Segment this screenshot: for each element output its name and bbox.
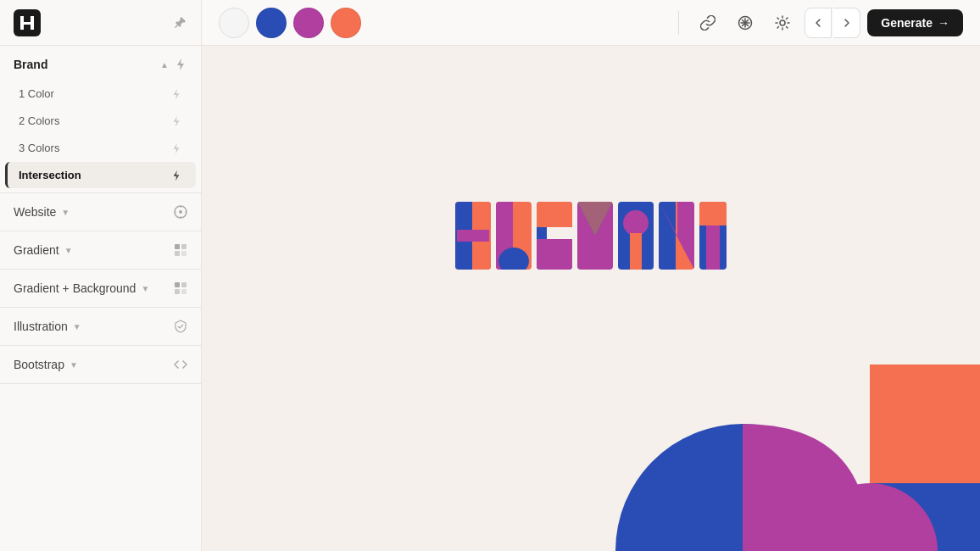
svg-rect-3	[175, 244, 180, 249]
swatch-orange[interactable]	[331, 8, 361, 38]
topbar: Generate →	[202, 0, 980, 46]
compass-icon	[174, 205, 187, 219]
svg-rect-6	[181, 251, 187, 256]
sidebar-item-2-colors[interactable]: 2 Colors	[5, 108, 196, 134]
svg-rect-34	[630, 233, 642, 270]
svg-rect-7	[175, 282, 180, 287]
svg-point-2	[179, 210, 182, 214]
brand-chevron-up-icon: ▲	[160, 60, 169, 70]
svg-rect-41	[699, 202, 727, 225]
sidebar-item-3-colors-label: 3 Colors	[19, 142, 59, 154]
svg-rect-5	[175, 251, 180, 256]
generate-button[interactable]: Generate →	[867, 9, 963, 36]
svg-point-33	[623, 210, 649, 236]
sidebar-item-1-color[interactable]: 1 Color	[5, 81, 196, 107]
svg-point-20	[498, 248, 529, 274]
back-button[interactable]	[805, 8, 832, 38]
svg-rect-42	[706, 225, 720, 270]
svg-rect-10	[181, 289, 187, 294]
shield-icon	[174, 320, 187, 333]
nav-item-gradient[interactable]: Gradient ▼	[0, 233, 201, 267]
nav-item-gradient-label: Gradient ▼	[14, 243, 73, 257]
generate-arrow-icon: →	[938, 16, 949, 30]
gradient-section: Gradient ▼	[0, 231, 201, 270]
generate-label: Generate	[881, 16, 933, 30]
humint-logo-svg	[455, 198, 727, 274]
svg-rect-25	[537, 239, 572, 270]
svg-point-12	[780, 20, 785, 25]
brand-bolt-icon	[174, 58, 187, 71]
item-bolt-icon	[170, 88, 182, 100]
website-chevron-icon: ▼	[61, 208, 70, 217]
brand-section-header[interactable]: Brand ▲	[0, 49, 201, 80]
nav-item-website[interactable]: Website ▼	[0, 195, 201, 229]
brand-section-icons: ▲	[160, 58, 187, 71]
bootstrap-section: Bootstrap ▼	[0, 346, 201, 384]
svg-rect-37	[659, 202, 676, 270]
website-section: Website ▼	[0, 193, 201, 231]
svg-rect-24	[537, 202, 572, 227]
sidebar-item-1-color-label: 1 Color	[19, 87, 54, 100]
item-bolt-icon-2	[170, 115, 182, 127]
brand-section: Brand ▲ 1 Color 2 Colors 3 Colors	[0, 46, 201, 193]
grid-icon-2	[174, 281, 187, 295]
share-button[interactable]	[730, 8, 760, 38]
swatch-blue[interactable]	[256, 8, 287, 38]
nav-item-illustration[interactable]: Illustration ▼	[0, 309, 201, 343]
topbar-actions: Generate →	[693, 8, 963, 38]
sidebar-item-2-colors-label: 2 Colors	[19, 114, 59, 127]
swatch-purple[interactable]	[293, 8, 324, 38]
brand-section-title: Brand	[14, 58, 47, 71]
grid-icon	[174, 243, 187, 257]
sidebar-item-3-colors[interactable]: 3 Colors	[5, 135, 196, 161]
pin-button[interactable]	[174, 16, 187, 30]
gradient-chevron-icon: ▼	[64, 246, 73, 255]
brand-logo-display	[455, 198, 727, 277]
svg-rect-26	[547, 227, 572, 239]
code-icon	[174, 358, 187, 371]
svg-rect-4	[181, 244, 187, 249]
canvas	[202, 46, 980, 551]
nav-item-bootstrap[interactable]: Bootstrap ▼	[0, 348, 201, 381]
svg-rect-17	[455, 230, 491, 242]
sidebar-item-intersection[interactable]: Intersection	[5, 162, 196, 188]
bottom-geometric-shapes	[599, 365, 980, 551]
bootstrap-chevron-icon: ▼	[70, 360, 78, 370]
topbar-divider	[678, 11, 679, 35]
swatch-white[interactable]	[219, 8, 249, 38]
sidebar-item-intersection-label: Intersection	[19, 169, 81, 181]
nav-item-bootstrap-label: Bootstrap ▼	[14, 358, 78, 371]
color-swatches	[219, 8, 665, 38]
item-bolt-icon-4	[170, 170, 182, 181]
sidebar: Brand ▲ 1 Color 2 Colors 3 Colors	[0, 0, 202, 551]
settings-button[interactable]	[767, 8, 798, 38]
illustration-chevron-icon: ▼	[73, 322, 81, 331]
nav-arrows	[805, 8, 860, 38]
nav-item-gradient-bg-label: Gradient + Background ▼	[14, 281, 149, 295]
gradient-bg-chevron-icon: ▼	[141, 284, 149, 293]
sidebar-header	[0, 0, 201, 46]
svg-rect-9	[175, 289, 180, 294]
nav-item-website-label: Website ▼	[14, 205, 70, 219]
nav-item-gradient-bg[interactable]: Gradient + Background ▼	[0, 271, 201, 305]
link-button[interactable]	[693, 8, 723, 38]
app-logo[interactable]	[14, 9, 41, 36]
bottom-geo-svg	[599, 365, 980, 551]
gradient-bg-section: Gradient + Background ▼	[0, 270, 201, 308]
main-area: Generate →	[202, 0, 980, 551]
item-bolt-icon-3	[170, 142, 182, 154]
svg-rect-8	[181, 282, 187, 287]
nav-item-illustration-label: Illustration ▼	[14, 320, 81, 333]
forward-button[interactable]	[833, 8, 860, 38]
illustration-section: Illustration ▼	[0, 308, 201, 346]
